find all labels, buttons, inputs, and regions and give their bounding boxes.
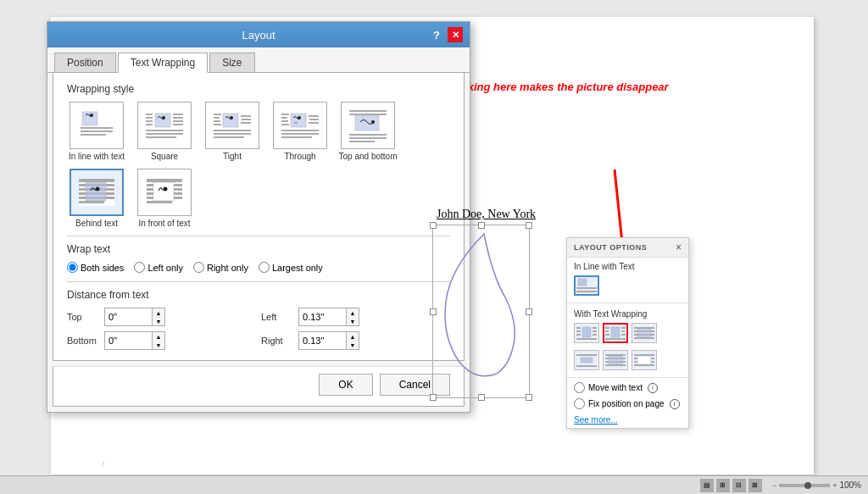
wrap-option-tight[interactable]: Tight <box>203 102 262 162</box>
wrap-option-infront[interactable]: In front of text <box>135 169 194 229</box>
dist-left-up[interactable]: ▲ <box>347 308 359 317</box>
dist-right-up[interactable]: ▲ <box>347 332 359 341</box>
popup-icon-behind[interactable] <box>603 350 628 370</box>
dist-bottom-down[interactable]: ▼ <box>153 341 164 349</box>
wrap-option-through[interactable]: Through <box>270 102 330 162</box>
popup-divider <box>567 303 688 303</box>
ok-button[interactable]: OK <box>319 374 372 396</box>
tab-position[interactable]: Position <box>54 53 116 72</box>
popup-icon-square-svg <box>576 325 598 341</box>
svg-rect-29 <box>242 119 251 120</box>
wrap-icon-square <box>137 102 192 149</box>
popup-icon-through[interactable] <box>632 323 657 343</box>
popup-move-radio[interactable] <box>574 382 585 393</box>
dist-left-input[interactable] <box>299 308 346 325</box>
see-more-link[interactable]: See more... <box>567 412 688 428</box>
dist-bottom-spinner: ▲ ▼ <box>152 332 164 349</box>
popup-icon-inline[interactable] <box>574 275 599 296</box>
dist-top-up[interactable]: ▲ <box>153 308 164 317</box>
close-button[interactable]: ✕ <box>448 27 463 42</box>
view-icon-2[interactable]: ⊞ <box>716 479 730 492</box>
popup-icon-topbottom-svg <box>576 352 598 369</box>
radio-both-sides-input[interactable] <box>67 262 78 273</box>
wrap-label-topbottom: Top and bottom <box>339 152 398 162</box>
dist-bottom-input[interactable] <box>105 332 152 349</box>
tab-size[interactable]: Size <box>209 53 254 72</box>
title-controls: ? ✕ <box>429 27 463 42</box>
popup-icon-tight[interactable] <box>603 323 628 343</box>
tab-text-wrapping[interactable]: Text Wrapping <box>118 53 208 73</box>
popup-icon-square[interactable] <box>574 323 599 343</box>
wrap-option-square[interactable]: Square <box>135 102 194 162</box>
popup-fix-radio[interactable] <box>574 398 585 409</box>
wrap-text-section: Wrap text Both sides Left only Right onl… <box>67 236 450 273</box>
doc-shape-svg <box>433 225 531 399</box>
radio-both-sides[interactable]: Both sides <box>67 262 124 273</box>
wrap-option-inline[interactable]: In line with text <box>67 102 126 162</box>
dist-left-down[interactable]: ▼ <box>347 317 359 325</box>
radio-largest-only[interactable]: Largest only <box>259 262 323 273</box>
svg-rect-102 <box>609 356 622 364</box>
radio-left-only[interactable]: Left only <box>134 262 183 273</box>
dist-right-input[interactable] <box>299 332 346 349</box>
svg-rect-8 <box>81 134 106 136</box>
dist-top-input[interactable] <box>105 308 152 325</box>
help-button[interactable]: ? <box>429 27 444 42</box>
svg-rect-52 <box>349 137 387 139</box>
dist-right-down[interactable]: ▼ <box>347 341 359 349</box>
svg-rect-40 <box>309 115 319 117</box>
radio-right-only[interactable]: Right only <box>193 262 248 273</box>
zoom-value: 100% <box>839 480 861 490</box>
radio-largest-only-input[interactable] <box>259 262 270 273</box>
radio-right-only-input[interactable] <box>193 262 204 273</box>
handle-tr <box>526 222 532 229</box>
svg-rect-45 <box>281 133 319 135</box>
svg-rect-34 <box>291 114 306 127</box>
zoom-plus[interactable]: + <box>832 481 837 490</box>
popup-icon-topbottom[interactable] <box>574 350 599 370</box>
popup-icon-infront[interactable] <box>632 350 657 370</box>
popup-icon-behind-svg <box>604 352 626 369</box>
svg-rect-94 <box>637 329 651 337</box>
layout-dialog: Layout ? ✕ Position Text Wrapping Size W… <box>47 21 470 413</box>
footer-mark: / <box>102 459 104 469</box>
zoom-minus[interactable]: − <box>772 481 776 490</box>
wrap-icon-behind <box>70 169 124 216</box>
popup-move-with-text[interactable]: Move with text i <box>567 380 688 396</box>
dist-bottom-up[interactable]: ▲ <box>153 332 164 341</box>
popup-fix-label: Fix position on page <box>588 399 665 408</box>
zoom-slider[interactable] <box>779 484 830 487</box>
view-icon-3[interactable]: ⊟ <box>732 479 746 492</box>
distance-right-row: Right ▲ ▼ <box>261 331 450 350</box>
wrap-option-topbottom[interactable]: Top and bottom <box>338 102 398 162</box>
svg-point-10 <box>162 116 165 119</box>
popup-fix-position[interactable]: Fix position on page i <box>567 396 688 412</box>
dist-top-down[interactable]: ▼ <box>153 317 164 325</box>
svg-rect-18 <box>173 124 183 125</box>
svg-rect-96 <box>581 358 593 363</box>
zoom-area: − + 100% <box>772 480 861 490</box>
svg-point-23 <box>230 116 233 119</box>
svg-rect-98 <box>605 354 626 356</box>
popup-icons-row3 <box>567 348 688 375</box>
svg-rect-95 <box>576 354 597 356</box>
popup-close-button[interactable]: × <box>676 242 682 253</box>
popup-title: LAYOUT OPTIONS <box>574 243 647 252</box>
dist-left-label: Left <box>261 312 293 322</box>
popup-divider2 <box>567 377 688 378</box>
wrap-option-behind[interactable]: Behind text <box>67 169 126 229</box>
svg-rect-61 <box>86 182 106 201</box>
view-icon-1[interactable]: ▤ <box>700 479 714 492</box>
svg-rect-93 <box>634 337 654 339</box>
wrap-text-label: Wrap text <box>67 243 450 255</box>
dialog-title: Layout <box>88 29 429 42</box>
svg-point-48 <box>371 120 375 124</box>
move-info-icon: i <box>648 383 658 393</box>
radio-left-only-input[interactable] <box>134 262 145 273</box>
wrap-icon-behind-svg <box>75 174 118 211</box>
svg-rect-63 <box>147 179 182 182</box>
handle-bm <box>478 394 485 401</box>
view-icon-4[interactable]: ⊠ <box>748 479 762 492</box>
doc-shape[interactable] <box>432 225 530 398</box>
wrap-label-tight: Tight <box>223 152 242 162</box>
